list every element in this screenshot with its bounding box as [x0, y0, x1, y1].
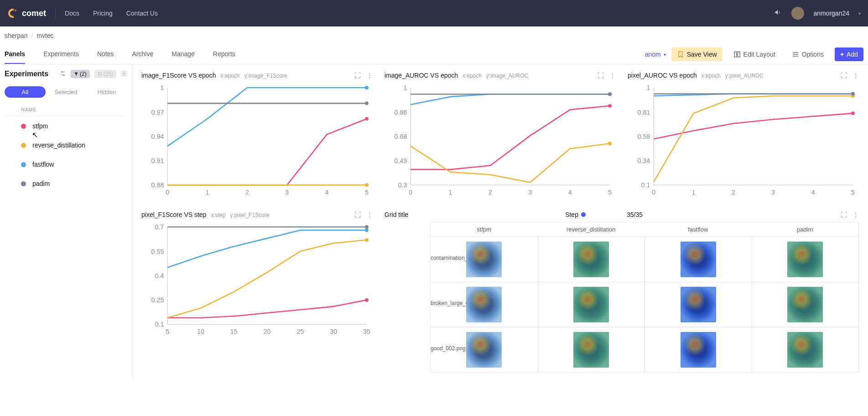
- svg-text:1: 1: [206, 189, 209, 196]
- panel-actions: ⛶ ⋮: [354, 72, 373, 79]
- sliders-icon[interactable]: [60, 70, 66, 78]
- more-icon[interactable]: ⋮: [852, 72, 859, 79]
- image-cell[interactable]: [752, 327, 859, 372]
- chart-svg: 0.10.250.40.550.75101520253035: [141, 221, 373, 340]
- image-cell[interactable]: [538, 237, 645, 282]
- count-label: 35/35: [627, 211, 643, 218]
- more-icon[interactable]: ⋮: [609, 72, 616, 79]
- brand-text: comet: [22, 9, 46, 18]
- expand-icon[interactable]: ⛶: [841, 72, 847, 79]
- nav-docs[interactable]: Docs: [65, 10, 79, 17]
- more-icon[interactable]: ⋮: [852, 211, 859, 218]
- panel-header: image_AUROC VS epoch x:epoch y:image_AUR…: [385, 72, 616, 79]
- save-view-button[interactable]: Save View: [671, 47, 722, 61]
- svg-text:0.1: 0.1: [641, 181, 650, 189]
- experiment-row[interactable]: fastflow: [5, 155, 127, 174]
- header-right: anmorgan24 ▾: [774, 7, 861, 20]
- svg-point-81: [365, 238, 369, 242]
- svg-text:0.55: 0.55: [151, 248, 164, 255]
- nav-pricing[interactable]: Pricing: [93, 10, 113, 17]
- image-grid-head: stfpmreverse_distillationfastflowpadim: [431, 222, 858, 237]
- panel-header: Grid title Step 35/35 ⛶ ⋮: [385, 211, 859, 218]
- user-avatar[interactable]: [791, 7, 804, 20]
- options-button[interactable]: Options: [786, 47, 829, 61]
- grid-chip[interactable]: (15): [94, 70, 116, 78]
- grid-col-header: fastflow: [645, 226, 752, 233]
- svg-text:2: 2: [489, 189, 492, 196]
- image-grid-row-container: broken_large_005.png: [431, 282, 858, 327]
- svg-point-83: [365, 225, 369, 229]
- image-cell[interactable]: [752, 282, 859, 327]
- experiment-name: reverse_distillation: [32, 142, 85, 149]
- filter-pills: All Selected Hidden: [5, 86, 127, 98]
- svg-text:3: 3: [528, 189, 532, 196]
- image-cell[interactable]: [538, 327, 645, 372]
- expand-icon[interactable]: ⛶: [354, 72, 361, 79]
- megaphone-icon[interactable]: [774, 8, 782, 19]
- image-thumbnail: [681, 287, 716, 322]
- more-icon[interactable]: ⋮: [366, 72, 373, 79]
- pill-all[interactable]: All: [5, 86, 46, 98]
- top-header: comet Docs Pricing Contact Us anmorgan24…: [0, 0, 868, 26]
- edit-layout-button[interactable]: Edit Layout: [728, 47, 781, 61]
- svg-text:2: 2: [245, 189, 249, 196]
- view-selector[interactable]: anom ▾: [645, 51, 666, 58]
- brand-logo[interactable]: comet: [7, 8, 56, 19]
- toolbar: anom ▾ Save View Edit Layout Options + A…: [645, 47, 863, 61]
- experiment-row[interactable]: reverse_distillation: [5, 136, 127, 155]
- pill-selected[interactable]: Selected: [46, 86, 87, 98]
- username[interactable]: anmorgan24: [813, 10, 849, 17]
- image-thumbnail: [466, 332, 502, 368]
- more-icon[interactable]: ⋮: [366, 211, 373, 218]
- svg-rect-11: [100, 72, 101, 74]
- expand-icon[interactable]: ⛶: [841, 211, 847, 218]
- svg-text:4: 4: [568, 189, 572, 196]
- panel-xlabel: x:epoch: [220, 73, 239, 79]
- chevron-down-icon[interactable]: ▾: [858, 11, 861, 16]
- experiment-row[interactable]: padim: [5, 174, 127, 193]
- chart-panel: pixel_F1Score VS step x:step y:pixel_F1S…: [141, 211, 373, 373]
- breadcrumb-project[interactable]: mvtec: [36, 32, 53, 39]
- image-cell[interactable]: [645, 282, 752, 327]
- tab-manage[interactable]: Manage: [172, 45, 195, 64]
- chevron-down-icon: ▾: [664, 52, 666, 57]
- experiment-name: fastflow: [32, 161, 54, 168]
- add-button[interactable]: + Add: [835, 47, 863, 61]
- image-grid-panel: Grid title Step 35/35 ⛶ ⋮ stfpmreverse_d…: [385, 211, 859, 373]
- gear-icon[interactable]: [121, 70, 127, 78]
- svg-text:1: 1: [403, 84, 407, 91]
- svg-text:1: 1: [646, 84, 650, 91]
- tab-panels[interactable]: Panels: [5, 45, 25, 64]
- image-cell[interactable]: [645, 327, 752, 372]
- filter-chip[interactable]: (2): [71, 70, 90, 78]
- view-name: anom: [645, 51, 661, 58]
- tab-reports[interactable]: Reports: [213, 45, 235, 64]
- tab-experiments[interactable]: Experiments: [43, 45, 79, 64]
- tab-notes[interactable]: Notes: [97, 45, 114, 64]
- expand-icon[interactable]: ⛶: [354, 211, 361, 218]
- breadcrumb-workspace[interactable]: sherpan: [5, 32, 28, 39]
- panel-header: pixel_F1Score VS step x:step y:pixel_F1S…: [141, 211, 373, 218]
- expand-icon[interactable]: ⛶: [598, 72, 604, 79]
- pill-hidden[interactable]: Hidden: [86, 86, 127, 98]
- image-thumbnail: [787, 242, 823, 277]
- filter-icon: [74, 72, 78, 76]
- image-cell[interactable]: [538, 282, 645, 327]
- experiment-row[interactable]: stfpm: [5, 116, 127, 136]
- color-dot-icon: [21, 181, 26, 186]
- image-cell[interactable]: [752, 237, 859, 282]
- svg-point-28: [365, 117, 369, 121]
- nav-contact[interactable]: Contact Us: [126, 10, 158, 17]
- panel-header: pixel_AUROC VS epoch x:epoch y:pixel_AUR…: [628, 72, 859, 79]
- tab-archive[interactable]: Archive: [132, 45, 154, 64]
- svg-rect-10: [98, 72, 99, 74]
- image-thumbnail: [681, 242, 716, 277]
- svg-point-48: [608, 92, 612, 96]
- svg-point-0: [15, 10, 16, 11]
- svg-text:5: 5: [365, 189, 369, 196]
- svg-point-82: [365, 228, 369, 232]
- svg-text:0.7: 0.7: [155, 223, 164, 231]
- image-grid-table: stfpmreverse_distillationfastflowpadim c…: [430, 222, 859, 373]
- image-cell[interactable]: [645, 237, 752, 282]
- panel-ylabel: y:image_F1Score: [244, 73, 287, 79]
